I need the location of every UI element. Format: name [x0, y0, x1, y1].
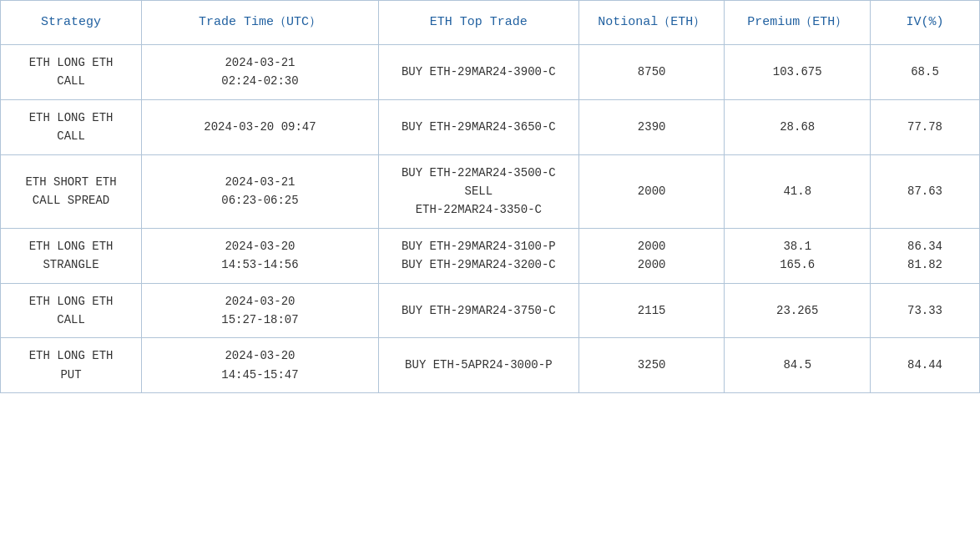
cell-iv-4: 73.33: [871, 283, 980, 338]
cell-iv-3: 86.34 81.82: [871, 228, 980, 283]
cell-trade-time-3: 2024-03-20 14:53-14:56: [142, 228, 379, 283]
cell-eth-top-trade-3: BUY ETH-29MAR24-3100-P BUY ETH-29MAR24-3…: [378, 228, 578, 283]
cell-strategy-3: ETH LONG ETH STRANGLE: [1, 228, 142, 283]
cell-eth-top-trade-0: BUY ETH-29MAR24-3900-C: [378, 45, 578, 100]
cell-trade-time-2: 2024-03-21 06:23-06:25: [142, 154, 379, 228]
table-row: ETH LONG ETH PUT2024-03-20 14:45-15:47BU…: [1, 338, 980, 393]
cell-strategy-5: ETH LONG ETH PUT: [1, 338, 142, 393]
cell-iv-5: 84.44: [871, 338, 980, 393]
table-row: ETH LONG ETH STRANGLE2024-03-20 14:53-14…: [1, 228, 980, 283]
table-row: ETH LONG ETH CALL2024-03-20 09:47BUY ETH…: [1, 99, 980, 154]
cell-premium-5: 84.5: [725, 338, 871, 393]
cell-trade-time-1: 2024-03-20 09:47: [142, 99, 379, 154]
cell-iv-0: 68.5: [871, 45, 980, 100]
header-trade-time: Trade Time（UTC）: [142, 1, 379, 45]
cell-premium-3: 38.1 165.6: [725, 228, 871, 283]
cell-notional-1: 2390: [578, 99, 725, 154]
cell-notional-4: 2115: [578, 283, 725, 338]
table-row: ETH LONG ETH CALL2024-03-21 02:24-02:30B…: [1, 45, 980, 100]
header-premium: Premium（ETH）: [725, 1, 871, 45]
cell-notional-2: 2000: [578, 154, 725, 228]
main-container: Strategy Trade Time（UTC） ETH Top Trade N…: [0, 0, 980, 546]
header-iv: IV(%): [871, 1, 980, 45]
header-strategy: Strategy: [1, 1, 142, 45]
cell-eth-top-trade-2: BUY ETH-22MAR24-3500-C SELL ETH-22MAR24-…: [378, 154, 578, 228]
cell-eth-top-trade-5: BUY ETH-5APR24-3000-P: [378, 338, 578, 393]
cell-strategy-4: ETH LONG ETH CALL: [1, 283, 142, 338]
cell-trade-time-5: 2024-03-20 14:45-15:47: [142, 338, 379, 393]
cell-iv-1: 77.78: [871, 99, 980, 154]
header-notional: Notional（ETH）: [578, 1, 725, 45]
cell-iv-2: 87.63: [871, 154, 980, 228]
cell-strategy-2: ETH SHORT ETH CALL SPREAD: [1, 154, 142, 228]
cell-trade-time-0: 2024-03-21 02:24-02:30: [142, 45, 379, 100]
table-row: ETH LONG ETH CALL2024-03-20 15:27-18:07B…: [1, 283, 980, 338]
cell-notional-0: 8750: [578, 45, 725, 100]
cell-notional-5: 3250: [578, 338, 725, 393]
trading-table: Strategy Trade Time（UTC） ETH Top Trade N…: [0, 0, 980, 393]
cell-premium-1: 28.68: [725, 99, 871, 154]
cell-eth-top-trade-4: BUY ETH-29MAR24-3750-C: [378, 283, 578, 338]
cell-strategy-0: ETH LONG ETH CALL: [1, 45, 142, 100]
header-eth-top-trade: ETH Top Trade: [378, 1, 578, 45]
cell-trade-time-4: 2024-03-20 15:27-18:07: [142, 283, 379, 338]
cell-premium-0: 103.675: [725, 45, 871, 100]
cell-premium-4: 23.265: [725, 283, 871, 338]
cell-strategy-1: ETH LONG ETH CALL: [1, 99, 142, 154]
cell-eth-top-trade-1: BUY ETH-29MAR24-3650-C: [378, 99, 578, 154]
table-header-row: Strategy Trade Time（UTC） ETH Top Trade N…: [1, 1, 980, 45]
table-row: ETH SHORT ETH CALL SPREAD2024-03-21 06:2…: [1, 154, 980, 228]
cell-premium-2: 41.8: [725, 154, 871, 228]
cell-notional-3: 2000 2000: [578, 228, 725, 283]
